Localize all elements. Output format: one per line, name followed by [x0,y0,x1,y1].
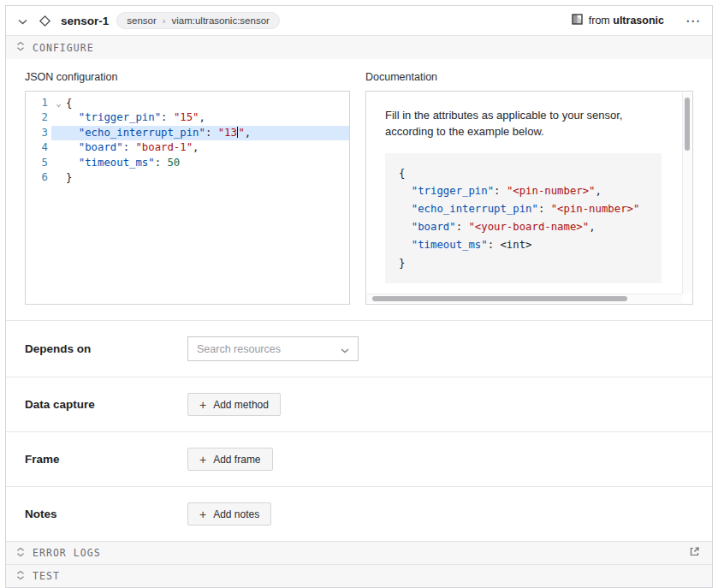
horizontal-scrollbar-thumb[interactable] [372,296,627,301]
vertical-scrollbar-thumb[interactable] [685,98,690,151]
open-logs-button[interactable] [687,544,702,561]
data-capture-row: Data capture + Add method [6,377,712,431]
resource-title: sensor-1 [61,15,109,27]
doc-code-line: "trigger_pin": "<pin-number>", [399,182,648,200]
doc-code-line: "echo_interrupt_pin": "<pin-number>" [399,200,648,218]
test-section-label: TEST [33,570,60,582]
configure-section-header[interactable]: CONFIGURE [6,35,712,59]
editor-line-6[interactable]: 6} [26,170,349,185]
line-number: 5 [26,156,51,170]
chevron-right-icon: › [163,15,166,26]
depends-on-label: Depends on [25,342,187,355]
fold-gutter [51,110,66,125]
code-text: "board": "board-1", [66,140,349,155]
resource-breadcrumb: sensor › viam:ultrasonic:sensor [116,12,280,29]
json-configuration-column: JSON configuration 1⌄{2 "trigger_pin": "… [25,71,350,305]
expand-vertical-icon [16,570,25,583]
chevron-down-icon [18,15,27,27]
frame-label: Frame [25,453,187,466]
component-diamond-icon [37,13,53,29]
editor-line-2[interactable]: 2 "trigger_pin": "15", [26,110,349,125]
error-logs-section-label: ERROR LOGS [33,547,101,559]
fold-gutter [51,156,66,170]
collapse-card-button[interactable] [16,13,29,29]
data-capture-label: Data capture [25,398,187,411]
configure-body: JSON configuration 1⌄{2 "trigger_pin": "… [6,59,712,320]
fold-chevron-icon[interactable]: ⌄ [51,96,66,110]
documentation-intro: Fill in the attributes as applicable to … [385,107,663,140]
configure-section-label: CONFIGURE [33,42,94,54]
error-logs-section-header[interactable]: ERROR LOGS [6,541,712,564]
test-section-header[interactable]: TEST [6,564,712,587]
plus-icon: + [199,454,206,466]
resource-card: sensor-1 sensor › viam:ultrasonic:sensor… [5,5,713,588]
collapse-vertical-icon [16,41,25,54]
horizontal-scrollbar[interactable] [367,294,682,303]
chevron-down-icon [341,342,349,357]
documentation-panel: Fill in the attributes as applicable to … [365,91,693,305]
code-text: "echo_interrupt_pin": "13", [66,126,349,140]
editor-lines: 1⌄{2 "trigger_pin": "15",3 "echo_interru… [26,96,349,185]
frame-row: Frame + Add frame [6,431,712,486]
editor-line-1[interactable]: 1⌄{ [26,96,349,110]
line-number: 6 [26,170,51,185]
editor-line-3[interactable]: 3 "echo_interrupt_pin": "13", [26,126,349,140]
vertical-scrollbar[interactable] [682,92,691,294]
plus-icon: + [199,399,206,411]
notes-label: Notes [25,508,187,520]
notes-row: Notes + Add notes [6,486,712,541]
line-number: 3 [26,126,51,140]
json-configuration-label: JSON configuration [25,71,350,83]
doc-code-line: "timeout_ms": <int> [399,236,648,254]
external-link-icon [689,546,700,560]
doc-code: { "trigger_pin": "<pin-number>", "echo_i… [385,153,662,283]
code-text: "trigger_pin": "15", [66,110,349,125]
documentation-column: Documentation Fill in the attributes as … [365,71,693,305]
module-icon [572,13,583,28]
more-menu-button[interactable]: ⋯ [684,14,702,28]
add-frame-button[interactable]: + Add frame [187,448,273,471]
code-text: } [66,170,349,185]
editor-line-5[interactable]: 5 "timeout_ms": 50 [26,156,349,170]
depends-on-row: Depends on Search resources [6,320,712,377]
doc-code-line: } [399,254,648,272]
doc-code-line: { [399,164,648,182]
fold-gutter [51,140,66,155]
plus-icon: + [199,508,206,520]
depends-on-placeholder: Search resources [197,343,281,355]
header-right: from ultrasonic ⋯ [572,13,702,28]
module-source-label: from ultrasonic [589,15,664,27]
card-header: sensor-1 sensor › viam:ultrasonic:sensor… [6,6,712,35]
add-notes-button[interactable]: + Add notes [187,502,271,526]
fold-gutter [51,170,66,185]
doc-code-line: "board": "<your-board-name>", [399,218,648,236]
code-text: { [66,96,349,110]
add-method-button[interactable]: + Add method [187,393,281,416]
line-number: 1 [26,96,51,110]
expand-vertical-icon [16,547,25,560]
line-number: 4 [26,140,51,155]
depends-on-select[interactable]: Search resources [187,336,359,361]
documentation-label: Documentation [365,71,693,83]
code-text: "timeout_ms": 50 [66,156,349,170]
resource-type-label: sensor [127,15,157,26]
json-editor[interactable]: 1⌄{2 "trigger_pin": "15",3 "echo_interru… [25,91,350,305]
editor-line-4[interactable]: 4 "board": "board-1", [26,140,349,155]
fold-gutter [51,126,66,140]
resource-model-label: viam:ultrasonic:sensor [171,15,269,26]
line-number: 2 [26,110,51,125]
